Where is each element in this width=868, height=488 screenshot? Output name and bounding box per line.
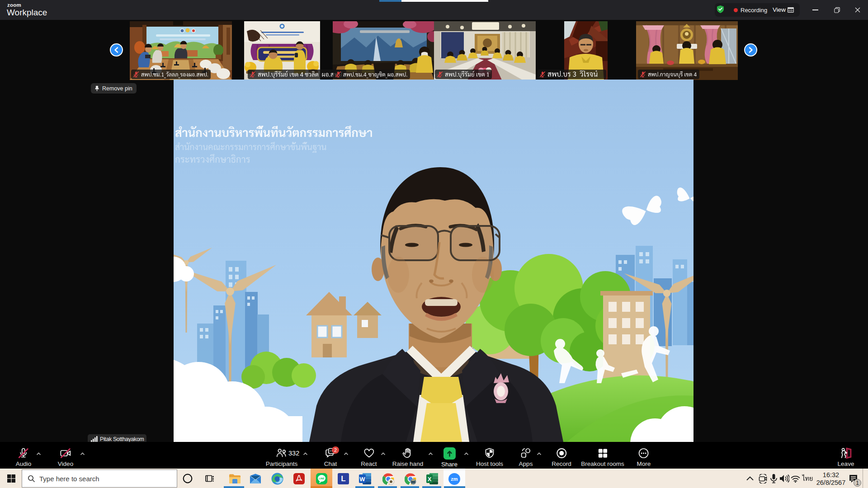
svg-text:W: W	[359, 476, 365, 483]
svg-text:LINE: LINE	[319, 477, 325, 480]
svg-text:X: X	[428, 476, 432, 483]
